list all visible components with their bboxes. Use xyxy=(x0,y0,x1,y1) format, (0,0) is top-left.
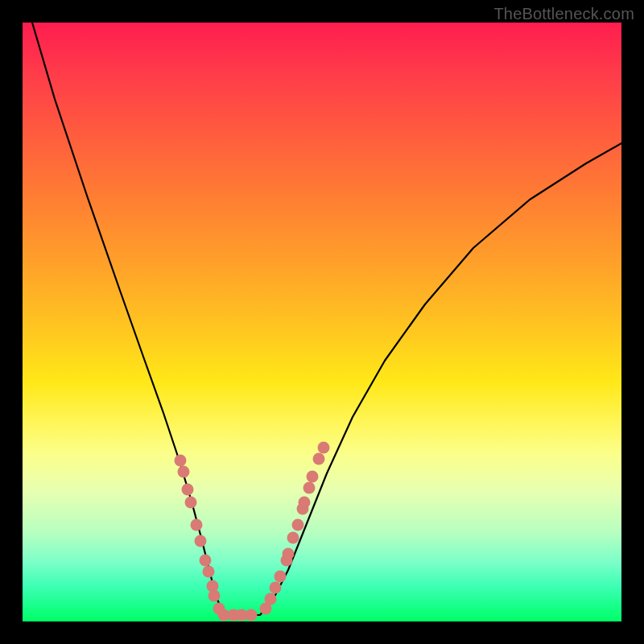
curve-marker xyxy=(292,519,304,531)
curve-marker xyxy=(287,532,299,544)
curve-line xyxy=(32,23,621,615)
curve-marker xyxy=(307,471,319,483)
curve-marker xyxy=(175,455,187,467)
curve-marker xyxy=(275,571,287,583)
curve-marker xyxy=(208,590,221,602)
curve-markers xyxy=(175,442,330,621)
chart-svg xyxy=(23,23,621,621)
curve-marker xyxy=(299,497,311,509)
curve-marker xyxy=(191,519,203,531)
curve-marker xyxy=(246,609,258,621)
curve-marker xyxy=(200,555,212,567)
chart-frame: TheBottleneck.com xyxy=(0,0,644,644)
curve-marker xyxy=(313,453,325,465)
curve-marker xyxy=(283,548,295,560)
curve-marker xyxy=(203,566,215,578)
curve-marker xyxy=(270,582,282,594)
curve-marker xyxy=(318,442,330,454)
watermark-text: TheBottleneck.com xyxy=(493,5,634,23)
curve-marker xyxy=(185,497,197,509)
curve-marker xyxy=(182,484,194,496)
curve-marker xyxy=(178,466,190,478)
curve-marker xyxy=(265,593,277,605)
curve-marker xyxy=(195,535,207,547)
curve-marker xyxy=(303,482,316,494)
chart-plot-area xyxy=(23,23,621,621)
